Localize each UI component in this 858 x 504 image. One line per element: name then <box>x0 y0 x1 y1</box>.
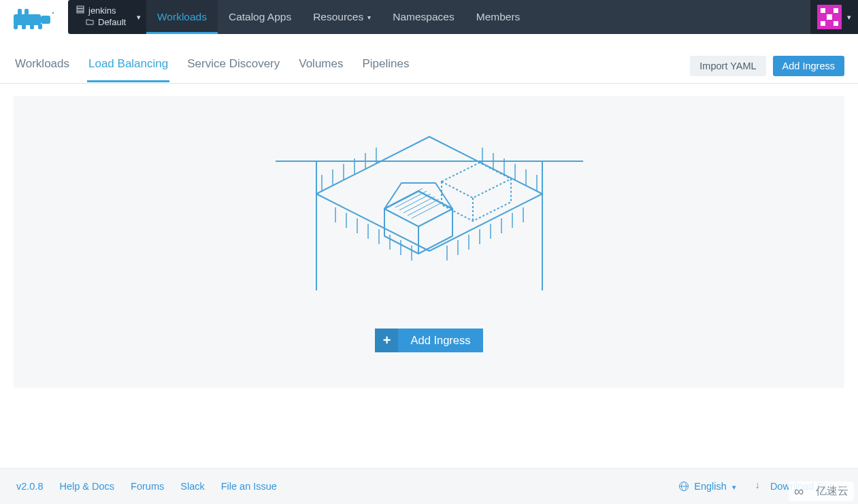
svg-line-48 <box>395 191 427 207</box>
main-content: + Add Ingress <box>0 84 858 401</box>
svg-rect-11 <box>77 12 84 13</box>
chevron-down-icon: ▾ <box>367 14 371 21</box>
chevron-down-icon: ▾ <box>137 13 141 22</box>
plus-icon: + <box>375 329 398 352</box>
tab-workloads[interactable]: Workloads <box>14 57 71 82</box>
version-text: v2.0.8 <box>16 481 44 492</box>
tab-service-discovery[interactable]: Service Discovery <box>186 57 281 82</box>
tab-label: Load Balancing <box>88 57 168 70</box>
tab-label: Volumes <box>299 57 343 70</box>
empty-state-panel: + Add Ingress <box>14 96 844 388</box>
folder-icon <box>86 17 94 29</box>
tab-label: Service Discovery <box>187 57 280 70</box>
tab-label: Pipelines <box>362 57 409 70</box>
subnav-tabs: Workloads Load Balancing Service Discove… <box>14 57 410 82</box>
subnav-actions: Import YAML Add Ingress <box>690 56 844 83</box>
add-ingress-button[interactable]: Add Ingress <box>773 56 844 76</box>
product-logo[interactable] <box>14 0 67 35</box>
nav-namespaces[interactable]: Namespaces <box>382 0 465 34</box>
topbar: jenkins Default ▾ Workloads Catalog Apps… <box>0 0 858 35</box>
footer: v2.0.8 Help & Docs Forums Slack File an … <box>0 468 858 504</box>
svg-rect-0 <box>14 14 41 25</box>
stack-icon <box>76 5 84 17</box>
svg-point-8 <box>52 12 54 14</box>
nav-label: Resources <box>313 11 363 23</box>
nav-resources[interactable]: Resources ▾ <box>302 0 382 34</box>
cloud-icon <box>794 486 812 497</box>
language-label: English <box>694 481 727 492</box>
tab-label: Workloads <box>15 57 69 70</box>
user-menu[interactable]: ▾ <box>810 0 858 34</box>
svg-rect-4 <box>14 24 18 29</box>
svg-rect-3 <box>41 16 50 24</box>
nav-label: Members <box>476 11 521 23</box>
cluster-project-switcher[interactable]: jenkins Default ▾ <box>68 0 146 34</box>
svg-line-50 <box>403 197 435 213</box>
footer-link-help[interactable]: Help & Docs <box>60 481 115 492</box>
chevron-down-icon: ▾ <box>732 483 736 491</box>
project-name: Default <box>98 17 126 29</box>
tab-load-balancing[interactable]: Load Balancing <box>87 57 169 82</box>
import-yaml-button[interactable]: Import YAML <box>690 56 765 76</box>
svg-line-49 <box>399 194 431 210</box>
globe-icon <box>679 482 689 491</box>
watermark: 亿速云 <box>789 482 854 501</box>
footer-link-slack[interactable]: Slack <box>180 481 204 492</box>
cluster-name: jenkins <box>88 5 116 17</box>
nav-members[interactable]: Members <box>465 0 531 34</box>
empty-state-illustration <box>276 134 583 293</box>
chevron-down-icon: ▾ <box>847 13 851 22</box>
footer-link-issue[interactable]: File an Issue <box>221 481 277 492</box>
add-ingress-cta[interactable]: + Add Ingress <box>375 329 482 352</box>
subnav: Workloads Load Balancing Service Discove… <box>0 35 858 84</box>
nav-label: Workloads <box>157 11 207 23</box>
svg-rect-6 <box>30 24 34 29</box>
svg-rect-10 <box>77 9 84 11</box>
language-switcher[interactable]: English ▾ <box>679 481 736 492</box>
svg-rect-1 <box>18 9 22 16</box>
svg-rect-2 <box>24 9 29 16</box>
svg-rect-5 <box>22 24 26 29</box>
primary-nav: jenkins Default ▾ Workloads Catalog Apps… <box>68 0 858 34</box>
download-icon <box>755 482 765 491</box>
nav-label: Catalog Apps <box>229 11 291 23</box>
svg-rect-7 <box>38 24 42 29</box>
svg-rect-9 <box>77 6 84 8</box>
nav-catalog-apps[interactable]: Catalog Apps <box>218 0 302 34</box>
avatar <box>817 5 842 29</box>
nav-label: Namespaces <box>393 11 454 23</box>
watermark-text: 亿速云 <box>816 484 848 499</box>
svg-line-51 <box>408 199 439 216</box>
svg-marker-15 <box>316 137 542 251</box>
tab-pipelines[interactable]: Pipelines <box>361 57 410 82</box>
nav-workloads[interactable]: Workloads <box>146 0 218 34</box>
add-ingress-cta-label: Add Ingress <box>398 329 482 352</box>
tab-volumes[interactable]: Volumes <box>297 57 344 82</box>
footer-link-forums[interactable]: Forums <box>131 481 164 492</box>
